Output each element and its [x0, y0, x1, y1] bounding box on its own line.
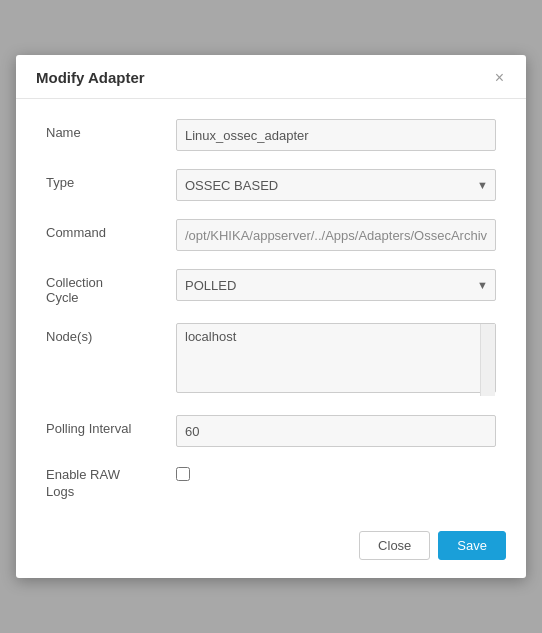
modal-title: Modify Adapter	[36, 69, 145, 86]
enable-raw-logs-label: Enable RAW Logs	[46, 465, 176, 501]
enable-raw-logs-row: Enable RAW Logs	[46, 465, 496, 501]
nodes-row: Node(s) localhost	[46, 323, 496, 397]
type-label: Type	[46, 169, 176, 190]
name-field-wrap	[176, 119, 496, 151]
save-button[interactable]: Save	[438, 531, 506, 560]
modal-close-x-button[interactable]: ×	[493, 70, 506, 86]
polling-interval-row: Polling Interval	[46, 415, 496, 447]
enable-raw-logs-checkbox[interactable]	[176, 467, 190, 481]
modal-body: Name Type OSSEC BASED ▼	[16, 99, 526, 521]
type-field-wrap: OSSEC BASED ▼	[176, 169, 496, 201]
collection-cycle-field-wrap: POLLED ▼	[176, 269, 496, 301]
modal-footer: Close Save	[16, 521, 526, 578]
type-select-wrap: OSSEC BASED ▼	[176, 169, 496, 201]
name-label: Name	[46, 119, 176, 140]
name-input[interactable]	[176, 119, 496, 151]
collection-cycle-label: Collection Cycle	[46, 269, 176, 305]
modal-dialog: Modify Adapter × Name Type OSSEC BASED	[16, 55, 526, 578]
collection-cycle-select[interactable]: POLLED	[176, 269, 496, 301]
close-button[interactable]: Close	[359, 531, 430, 560]
collection-cycle-row: Collection Cycle POLLED ▼	[46, 269, 496, 305]
polling-interval-label: Polling Interval	[46, 415, 176, 436]
nodes-label: Node(s)	[46, 323, 176, 344]
polling-interval-field-wrap	[176, 415, 496, 447]
nodes-field-wrap: localhost	[176, 323, 496, 397]
type-select[interactable]: OSSEC BASED	[176, 169, 496, 201]
command-field-wrap	[176, 219, 496, 251]
type-row: Type OSSEC BASED ▼	[46, 169, 496, 201]
command-label: Command	[46, 219, 176, 240]
modal-header: Modify Adapter ×	[16, 55, 526, 99]
name-row: Name	[46, 119, 496, 151]
command-input[interactable]	[176, 219, 496, 251]
polling-interval-input[interactable]	[176, 415, 496, 447]
command-row: Command	[46, 219, 496, 251]
nodes-textarea[interactable]: localhost	[176, 323, 496, 393]
modal-overlay: Modify Adapter × Name Type OSSEC BASED	[0, 0, 542, 633]
collection-cycle-select-wrap: POLLED ▼	[176, 269, 496, 301]
